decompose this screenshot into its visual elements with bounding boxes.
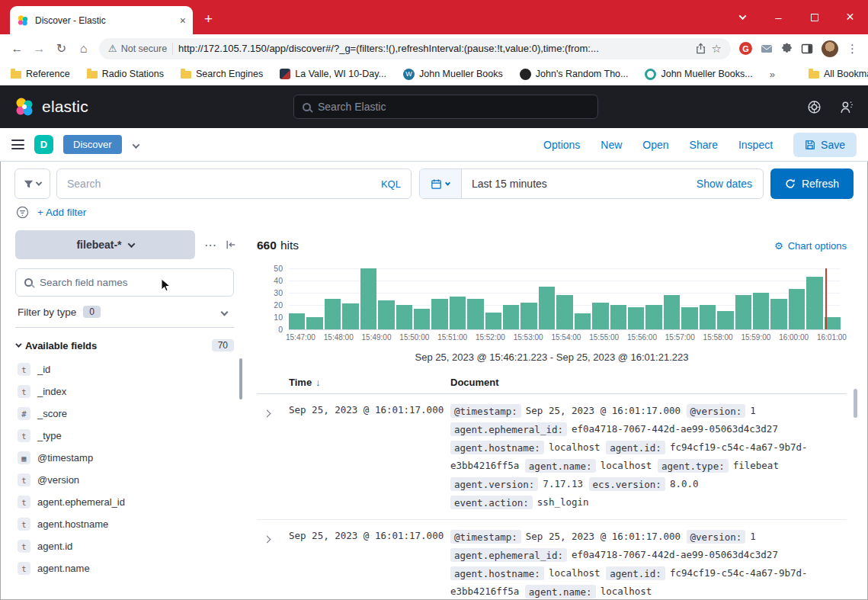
bookmark-star-icon[interactable]: ☆	[712, 42, 722, 56]
expand-row-button[interactable]	[257, 528, 289, 600]
histogram-bar[interactable]	[467, 299, 483, 329]
bookmark-item[interactable]: Radio Stations	[87, 69, 164, 79]
query-search-input[interactable]: Search KQL	[56, 168, 412, 199]
histogram-bar[interactable]	[431, 299, 447, 329]
histogram-bar[interactable]	[520, 303, 536, 329]
share-icon[interactable]	[695, 43, 706, 54]
histogram-bar[interactable]	[735, 295, 751, 329]
bookmark-item[interactable]: John Mueller Books...	[645, 69, 752, 80]
field-item[interactable]: t_index	[15, 380, 236, 403]
browser-tab[interactable]: Discover - Elastic ×	[10, 6, 193, 34]
histogram-bar[interactable]	[503, 305, 519, 329]
window-maximize-button[interactable]	[796, 0, 832, 34]
kql-label[interactable]: KQL	[381, 178, 401, 190]
inspect-link[interactable]: Inspect	[738, 139, 773, 151]
histogram-chart[interactable]: 01020304050	[257, 268, 847, 329]
histogram-bar[interactable]	[360, 268, 376, 329]
chart-options-button[interactable]: ⚙ Chart options	[774, 240, 847, 252]
breadcrumb-chevron-icon[interactable]	[133, 138, 139, 152]
time-column-header[interactable]: Time ↓	[289, 377, 450, 388]
window-close-button[interactable]: ×	[832, 0, 868, 34]
filter-by-type-control[interactable]: Filter by type 0	[15, 297, 234, 328]
histogram-bar[interactable]	[789, 289, 805, 329]
window-menu-chevron-icon[interactable]	[725, 0, 761, 34]
menu-hamburger-icon[interactable]	[11, 140, 24, 149]
histogram-bar[interactable]	[289, 313, 305, 329]
window-minimize-button[interactable]: –	[761, 0, 796, 34]
help-icon[interactable]	[807, 100, 822, 114]
field-item[interactable]: tagent.hostname	[15, 513, 236, 535]
sidebar-scrollbar[interactable]	[239, 358, 242, 399]
profile-avatar[interactable]	[822, 40, 838, 57]
url-text[interactable]: http://172.105.7.150/app/discover#/?_g=(…	[178, 43, 689, 54]
collapse-sidebar-icon[interactable]	[226, 239, 236, 250]
histogram-bar[interactable]	[592, 303, 608, 329]
histogram-bar[interactable]	[396, 305, 412, 329]
histogram-bar[interactable]	[681, 307, 697, 329]
tab-close-icon[interactable]: ×	[180, 14, 186, 27]
elastic-brand[interactable]: elastic	[14, 96, 88, 117]
field-item[interactable]: t@version	[15, 469, 236, 491]
field-item[interactable]: tagent.name	[15, 557, 236, 579]
bookmark-item[interactable]: WJohn Mueller Books	[403, 69, 503, 80]
security-indicator[interactable]: ⚠ Not secure	[108, 43, 167, 54]
filter-circle-icon[interactable]	[16, 206, 29, 219]
available-fields-header[interactable]: Available fields 70	[15, 339, 234, 351]
histogram-bar[interactable]	[450, 297, 466, 329]
grammarly-extension-icon[interactable]: G	[739, 42, 752, 55]
back-icon[interactable]: ←	[6, 42, 28, 56]
bookmark-item[interactable]: Reference	[11, 69, 70, 79]
space-badge[interactable]: D	[34, 135, 53, 154]
extensions-puzzle-icon[interactable]	[781, 43, 793, 54]
histogram-bar[interactable]	[378, 300, 394, 329]
mail-extension-icon[interactable]	[761, 43, 773, 55]
histogram-bar[interactable]	[485, 313, 501, 329]
reload-icon[interactable]: ↻	[50, 41, 72, 56]
histogram-bar[interactable]	[342, 303, 358, 329]
histogram-bar[interactable]	[610, 305, 626, 329]
refresh-button[interactable]: Refresh	[770, 168, 854, 199]
bookmarks-overflow-icon[interactable]: »	[770, 69, 775, 80]
bookmark-item[interactable]: La Valle, WI 10-Day...	[280, 69, 386, 79]
results-scrollbar[interactable]	[854, 389, 857, 418]
expand-row-button[interactable]	[257, 402, 289, 512]
options-link[interactable]: Options	[543, 139, 580, 151]
field-item[interactable]: tagent.ephemeral_id	[15, 491, 236, 513]
histogram-bar[interactable]	[306, 317, 322, 329]
field-item[interactable]: #_score	[15, 403, 236, 425]
share-link[interactable]: Share	[690, 139, 718, 151]
field-search-input[interactable]: Search field names	[15, 268, 234, 297]
histogram-bar[interactable]	[414, 309, 430, 329]
histogram-bar[interactable]	[628, 307, 644, 329]
sort-descending-icon[interactable]: ↓	[315, 377, 321, 388]
save-button[interactable]: Save	[793, 133, 857, 157]
field-options-icon[interactable]: ⋯	[204, 238, 216, 252]
histogram-bar[interactable]	[664, 295, 680, 329]
global-search-input[interactable]: Search Elastic	[293, 95, 598, 119]
browser-menu-icon[interactable]: ⋮	[847, 42, 858, 56]
field-item[interactable]: t_type	[15, 425, 236, 447]
histogram-bar[interactable]	[753, 293, 769, 329]
bookmark-item[interactable]: John's Random Tho...	[520, 69, 629, 80]
histogram-bar[interactable]	[806, 277, 822, 329]
histogram-bar[interactable]	[645, 305, 661, 329]
new-tab-button[interactable]: +	[204, 11, 213, 27]
calendar-button[interactable]	[420, 169, 462, 198]
side-panel-icon[interactable]	[801, 43, 813, 55]
add-filter-link[interactable]: + Add filter	[37, 207, 86, 218]
open-link[interactable]: Open	[642, 139, 668, 151]
forward-icon[interactable]: →	[28, 42, 50, 56]
address-bar[interactable]: ⚠ Not secure http://172.105.7.150/app/di…	[99, 38, 731, 59]
home-icon[interactable]: ⌂	[72, 42, 94, 56]
all-bookmarks-button[interactable]: All Bookmarks	[809, 69, 868, 79]
bookmark-item[interactable]: Search Engines	[181, 69, 263, 79]
saved-query-menu-button[interactable]	[14, 168, 50, 199]
field-item[interactable]: t_id	[15, 358, 236, 380]
index-pattern-select[interactable]: filebeat-*	[15, 230, 195, 259]
histogram-bar[interactable]	[717, 311, 733, 329]
time-range-value[interactable]: Last 15 minutes	[462, 178, 697, 190]
histogram-bar[interactable]	[556, 295, 572, 329]
histogram-bar[interactable]	[575, 313, 591, 329]
histogram-bar[interactable]	[700, 305, 716, 329]
new-link[interactable]: New	[601, 139, 622, 151]
